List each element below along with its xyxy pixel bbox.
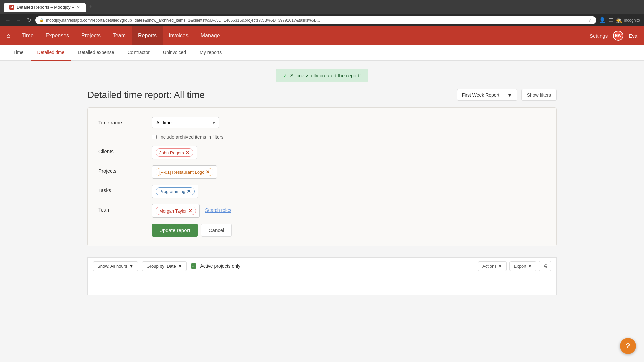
bookmark-icon[interactable]: ☰ [608, 17, 613, 23]
reload-button[interactable]: ↻ [25, 16, 33, 24]
report-selector-dropdown[interactable]: First Week Report ▼ [457, 89, 517, 101]
bottom-toolbar: Show: All hours ▼ Group by: Date ▼ ✓ Act… [87, 257, 557, 275]
divider [87, 253, 557, 253]
projects-input-box[interactable]: [P-01] Restaurant Logo ✕ [152, 165, 217, 179]
success-banner: ✓ Successfully created the report! [276, 69, 368, 82]
actions-chevron-icon: ▼ [498, 264, 502, 269]
search-roles-link[interactable]: Search roles [205, 204, 231, 213]
nav-item-expenses[interactable]: Expenses [40, 26, 75, 45]
group-by-chevron-icon: ▼ [178, 264, 182, 269]
projects-label: Projects [98, 165, 152, 174]
export-chevron-icon: ▼ [528, 264, 532, 269]
back-button[interactable]: ← [4, 17, 12, 24]
home-icon[interactable]: ⌂ [7, 32, 10, 39]
active-projects-checkbox[interactable]: ✓ [191, 263, 196, 269]
show-hours-chevron-icon: ▼ [129, 264, 134, 269]
project-tag-remove[interactable]: ✕ [206, 169, 210, 175]
filter-actions-row: Update report Cancel [98, 224, 546, 237]
browser-tabs: M Detailed Reports – Moodjoy – ✕ + [4, 3, 95, 12]
main-content: ✓ Successfully created the report! Detai… [80, 61, 564, 303]
report-selector-label: First Week Report [462, 92, 500, 98]
chevron-down-icon: ▼ [507, 92, 512, 98]
clients-input-box[interactable]: John Rogers ✕ [152, 146, 197, 159]
page-title: Detailed time report: All time [87, 89, 205, 100]
timeframe-input-area: All time Today This week This month Last… [152, 117, 546, 128]
project-tag-restaurant-logo[interactable]: [P-01] Restaurant Logo ✕ [156, 168, 213, 176]
task-tag-programming[interactable]: Programming ✕ [156, 187, 195, 195]
browser-nav: ← → ↻ 🔒 moodjoy.harvestapp.com/reports/d… [0, 14, 644, 26]
browser-chrome: M Detailed Reports – Moodjoy – ✕ + [0, 0, 644, 14]
timeframe-wrapper: All time Today This week This month Last… [152, 117, 219, 128]
client-tag-remove[interactable]: ✕ [185, 150, 190, 155]
actions-label: Actions [482, 264, 497, 269]
tab-title: Detailed Reports – Moodjoy – [17, 5, 74, 10]
update-report-button[interactable]: Update report [152, 224, 198, 237]
cancel-button[interactable]: Cancel [201, 224, 232, 237]
tab-detailed-expense[interactable]: Detailed expense [71, 45, 121, 61]
tab-contractor[interactable]: Contractor [121, 45, 156, 61]
nav-item-time[interactable]: Time [16, 26, 40, 45]
show-filters-button[interactable]: Show filters [521, 89, 557, 101]
incognito-badge: 🕵 Incognito [616, 17, 640, 23]
success-message: Successfully created the report! [290, 73, 361, 78]
nav-item-projects[interactable]: Projects [75, 26, 107, 45]
actions-dropdown[interactable]: Actions ▼ [478, 261, 507, 271]
task-tag-remove[interactable]: ✕ [187, 189, 191, 194]
tasks-label: Tasks [98, 185, 152, 193]
print-icon: 🖨 [543, 263, 547, 269]
tab-uninvoiced[interactable]: Uninvoiced [156, 45, 193, 61]
project-tag-label: [P-01] Restaurant Logo [159, 170, 204, 175]
active-tab[interactable]: M Detailed Reports – Moodjoy – ✕ [4, 3, 86, 12]
projects-row: Projects [P-01] Restaurant Logo ✕ [98, 165, 546, 179]
include-archived-row: Include archived items in filters [98, 134, 546, 140]
timeframe-select[interactable]: All time Today This week This month Last… [152, 117, 219, 128]
nav-item-reports[interactable]: Reports [132, 26, 163, 45]
lock-icon: 🔒 [39, 18, 44, 22]
tab-time[interactable]: Time [7, 45, 31, 61]
team-input-box[interactable]: Morgan Taylor ✕ [152, 204, 200, 218]
forward-button[interactable]: → [15, 17, 23, 24]
address-bar[interactable]: 🔒 moodjoy.harvestapp.com/reports/detaile… [35, 16, 596, 24]
page-header: Detailed time report: All time First Wee… [87, 89, 557, 101]
new-tab-button[interactable]: + [87, 3, 95, 11]
group-by-label: Group by: Date [146, 264, 176, 269]
team-row-content: Morgan Taylor ✕ Search roles [152, 204, 231, 218]
content-area [87, 275, 557, 295]
success-icon: ✓ [283, 72, 287, 79]
task-tag-label: Programming [159, 189, 185, 194]
tab-detailed-time[interactable]: Detailed time [31, 45, 71, 61]
team-filter-row: Team Morgan Taylor ✕ Search roles [98, 204, 546, 218]
team-label: Team [98, 204, 152, 213]
tab-my-reports[interactable]: My reports [193, 45, 228, 61]
client-tag-label: John Rogers [159, 150, 184, 155]
tasks-input-box[interactable]: Programming ✕ [152, 185, 198, 198]
nav-item-team[interactable]: Team [107, 26, 132, 45]
app-nav: ⌂ Time Expenses Projects Team Reports In… [0, 26, 644, 45]
nav-right-items: Settings EW Eva [590, 31, 637, 41]
group-by-dropdown[interactable]: Group by: Date ▼ [142, 261, 186, 271]
nav-items: Time Expenses Projects Team Reports Invo… [16, 26, 226, 45]
team-tag-remove[interactable]: ✕ [188, 208, 192, 214]
profile-icon[interactable]: 👤 [599, 17, 606, 23]
export-dropdown[interactable]: Export ▼ [509, 261, 536, 271]
tab-close-button[interactable]: ✕ [77, 5, 80, 10]
client-tag-john-rogers[interactable]: John Rogers ✕ [156, 148, 193, 157]
incognito-icon: 🕵 [616, 17, 622, 23]
clients-row: Clients John Rogers ✕ [98, 146, 546, 159]
active-projects-label: Active projects only [200, 263, 241, 269]
sub-nav: Time Detailed time Detailed expense Cont… [0, 45, 644, 61]
team-tag-morgan-taylor[interactable]: Morgan Taylor ✕ [156, 207, 196, 215]
tab-favicon: M [9, 5, 14, 10]
nav-item-manage[interactable]: Manage [195, 26, 226, 45]
browser-nav-right: 👤 ☰ 🕵 Incognito [599, 17, 640, 23]
user-name[interactable]: Eva [629, 33, 637, 39]
bookmark-star-icon[interactable]: ☆ [588, 18, 592, 23]
nav-item-invoices[interactable]: Invoices [163, 26, 195, 45]
export-label: Export [514, 264, 527, 269]
timeframe-label: Timeframe [98, 117, 152, 125]
print-button[interactable]: 🖨 [539, 261, 551, 271]
settings-link[interactable]: Settings [590, 33, 608, 39]
include-archived-checkbox[interactable] [152, 135, 157, 139]
show-hours-dropdown[interactable]: Show: All hours ▼ [93, 261, 138, 271]
show-hours-label: Show: All hours [97, 264, 127, 269]
